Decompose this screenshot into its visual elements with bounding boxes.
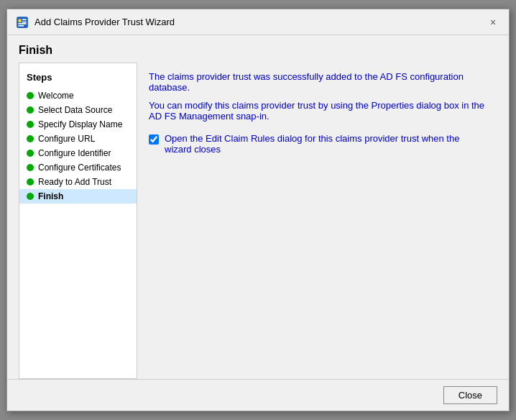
svg-rect-3 (22, 21, 27, 22)
step-label-select-data-source: Select Data Source (38, 105, 112, 115)
wizard-icon (16, 16, 29, 29)
sidebar-item-configure-certificates[interactable]: Configure Certificates (19, 160, 137, 175)
content-area: Steps Welcome Select Data Source Specify… (7, 63, 509, 379)
svg-rect-1 (18, 19, 22, 22)
step-dot-specify-display-name (27, 121, 34, 128)
dialog-window: Add Claims Provider Trust Wizard × Finis… (6, 9, 510, 411)
step-label-ready-to-add-trust: Ready to Add Trust (38, 177, 111, 187)
step-label-welcome: Welcome (38, 91, 74, 101)
dialog-body: Finish Steps Welcome Select Data Source … (7, 35, 509, 379)
step-dot-configure-url (27, 135, 34, 142)
svg-rect-2 (22, 19, 27, 20)
step-dot-configure-identifier (27, 150, 34, 157)
step-label-configure-identifier: Configure Identifier (38, 148, 111, 158)
sidebar-item-finish[interactable]: Finish (19, 189, 137, 204)
edit-claim-rules-label[interactable]: Open the Edit Claim Rules dialog for thi… (165, 133, 486, 155)
close-button[interactable]: Close (443, 386, 497, 404)
step-dot-finish (27, 193, 34, 200)
sidebar-item-specify-display-name[interactable]: Specify Display Name (19, 117, 137, 132)
step-label-configure-url: Configure URL (38, 134, 95, 144)
title-bar: Add Claims Provider Trust Wizard × (7, 9, 509, 35)
step-dot-select-data-source (27, 106, 34, 114)
step-dot-configure-certificates (27, 164, 34, 171)
checkbox-row: Open the Edit Claim Rules dialog for thi… (149, 133, 486, 155)
dialog-title: Add Claims Provider Trust Wizard (34, 17, 175, 27)
sidebar-item-select-data-source[interactable]: Select Data Source (19, 103, 137, 117)
sidebar-item-ready-to-add-trust[interactable]: Ready to Add Trust (19, 175, 137, 189)
sidebar-item-configure-url[interactable]: Configure URL (19, 132, 137, 146)
page-title: Finish (7, 35, 509, 63)
step-label-specify-display-name: Specify Display Name (38, 119, 122, 129)
sidebar-item-configure-identifier[interactable]: Configure Identifier (19, 146, 137, 160)
main-content-panel: The claims provider trust was successful… (137, 63, 497, 379)
svg-rect-5 (18, 24, 24, 26)
step-label-configure-certificates: Configure Certificates (38, 163, 121, 173)
step-label-finish: Finish (38, 191, 63, 201)
step-dot-ready-to-add-trust (27, 178, 34, 186)
step-dot-welcome (27, 92, 34, 99)
dialog-footer: Close (7, 379, 509, 411)
steps-panel: Steps Welcome Select Data Source Specify… (19, 63, 137, 379)
steps-label: Steps (19, 69, 137, 88)
info-message: You can modify this claims provider trus… (149, 100, 486, 122)
title-close-button[interactable]: × (486, 15, 500, 29)
title-bar-left: Add Claims Provider Trust Wizard (16, 16, 175, 29)
edit-claim-rules-checkbox[interactable] (149, 134, 159, 145)
success-message: The claims provider trust was successful… (149, 71, 486, 93)
sidebar-item-welcome[interactable]: Welcome (19, 88, 137, 103)
svg-rect-4 (18, 23, 26, 24)
